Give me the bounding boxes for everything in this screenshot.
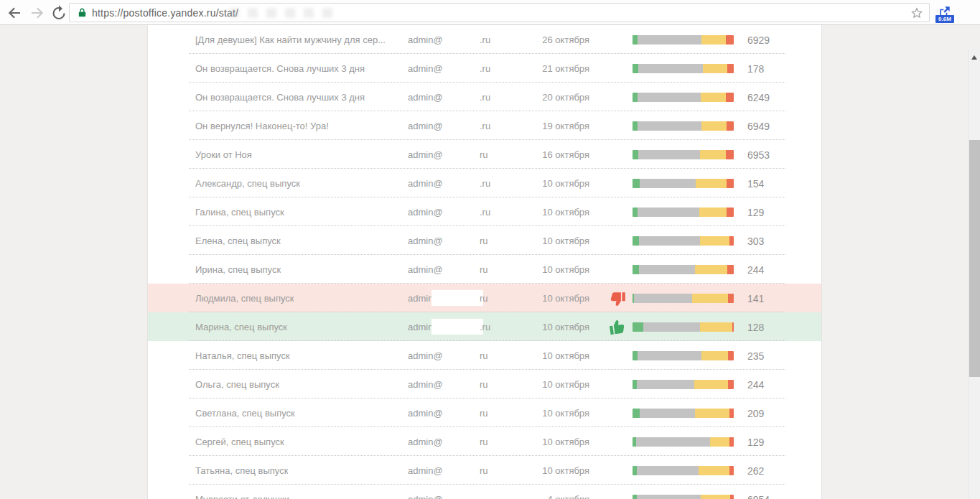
campaign-title: Сергей, спец выпуск <box>195 437 284 447</box>
table-row[interactable]: Мудрости от дедушки admin@ 4 октября 695… <box>148 485 821 499</box>
send-date: 16 октября <box>510 149 589 160</box>
bar-delivered-segment <box>633 179 640 188</box>
engagement-bar <box>633 409 734 418</box>
table-row[interactable]: Ирина, спец выпуск admin@ ru 10 октября … <box>148 255 821 284</box>
campaign-title: Александр, спец выпуск <box>195 178 300 189</box>
sender-email: admin@ <box>408 465 443 476</box>
bar-spam-segment <box>730 495 734 499</box>
send-date: 19 октября <box>510 121 589 131</box>
campaign-title: Он возвращается. Снова лучших 3 дня <box>195 92 365 103</box>
recipient-count: 262 <box>747 465 764 477</box>
table-row[interactable]: Уроки от Ноя admin@ ru 16 октября 6953 <box>148 140 821 169</box>
email-domain-suffix: ru <box>480 235 488 246</box>
email-domain-suffix: .ru <box>480 178 490 189</box>
email-domain-suffix: ru <box>480 465 488 476</box>
bar-delivered-segment <box>633 322 643 332</box>
bar-delivered-segment <box>633 93 638 102</box>
table-row[interactable]: Ольга, спец выпуск admin@ ru 10 октября … <box>148 370 821 398</box>
stats-table: [Для девушек] Как найти мужчину для сер.… <box>147 25 822 499</box>
recipient-count: 6954 <box>747 494 770 499</box>
bar-unread-segment <box>634 294 692 303</box>
table-row[interactable]: Марина, спец выпуск admin@ .ru 10 октябр… <box>148 312 821 341</box>
table-row[interactable]: Галина, спец выпуск admin@ .ru 10 октябр… <box>148 197 821 226</box>
campaign-title: Ольга, спец выпуск <box>195 379 279 390</box>
campaign-title: Он возвращается. Снова лучших 3 дня <box>195 63 365 74</box>
table-row[interactable]: Людмила, спец выпуск admin@ ru 10 октябр… <box>148 284 821 312</box>
table-row[interactable]: Татьяна, спец выпуск admin@ ru 10 октябр… <box>148 456 821 485</box>
send-date: 10 октября <box>510 322 589 332</box>
table-row[interactable]: Он возвращается. Снова лучших 3 дня admi… <box>148 83 821 111</box>
bar-read-segment <box>701 93 726 102</box>
send-date: 21 октября <box>510 63 589 74</box>
extension-icon[interactable]: 0.6M <box>935 4 954 23</box>
scrollbar-thumb[interactable] <box>969 140 980 377</box>
email-redaction-box <box>431 319 483 335</box>
campaign-title: Людмила, спец выпуск <box>195 293 294 304</box>
bar-unread-segment <box>638 351 701 360</box>
table-row[interactable]: Сергей, спец выпуск admin@ ru 10 октября… <box>148 427 821 456</box>
campaign-title: Уроки от Ноя <box>195 149 252 160</box>
engagement-bar <box>633 93 734 102</box>
address-bar[interactable]: https://postoffice.yandex.ru/stat/ <box>69 3 930 22</box>
reload-icon[interactable] <box>50 4 67 22</box>
engagement-bar <box>633 64 734 73</box>
campaign-title: Мудрости от дедушки <box>195 494 289 499</box>
engagement-bar <box>633 207 734 217</box>
table-row[interactable]: Александр, спец выпуск admin@ .ru 10 окт… <box>148 169 821 197</box>
bar-read-segment <box>695 409 729 418</box>
table-row[interactable]: Елена, спец выпуск admin@ ru 10 октября … <box>148 226 821 255</box>
send-date: 10 октября <box>510 437 589 447</box>
back-icon[interactable] <box>6 4 23 22</box>
recipient-count: 128 <box>747 322 764 333</box>
sender-email: admin@ <box>408 178 443 189</box>
send-date: 10 октября <box>510 350 589 361</box>
engagement-bar <box>633 236 734 246</box>
engagement-bar <box>633 121 734 131</box>
campaign-title: Татьяна, спец выпуск <box>195 465 288 476</box>
sender-email: admin@ <box>408 379 443 390</box>
email-domain-suffix: .ru <box>480 121 490 131</box>
email-domain-suffix: ru <box>480 149 488 160</box>
bar-spam-segment <box>729 466 734 475</box>
recipient-count: 6953 <box>747 149 770 161</box>
bar-delivered-segment <box>633 121 638 131</box>
extension-badge: 0.6M <box>935 15 954 23</box>
bar-spam-segment <box>732 322 734 332</box>
bar-unread-segment <box>637 380 695 389</box>
email-domain-suffix: ru <box>480 264 488 275</box>
campaign-title: Наталья, спец выпуск <box>195 350 290 361</box>
sender-email: admin@ <box>408 63 443 74</box>
table-row[interactable]: Он вернулся! Наконец-то! Ура! admin@ .ru… <box>148 111 821 140</box>
chrome-menu-icon[interactable] <box>962 5 976 21</box>
bookmark-star-icon[interactable] <box>910 6 923 19</box>
bar-unread-segment <box>636 437 710 447</box>
engagement-bar <box>633 150 734 159</box>
campaign-title: Елена, спец выпуск <box>195 235 281 246</box>
table-row[interactable]: Он возвращается. Снова лучших 3 дня admi… <box>148 54 821 83</box>
thumbs-up-icon <box>608 317 627 336</box>
bar-unread-segment <box>637 495 701 499</box>
recipient-count: 129 <box>747 437 764 448</box>
engagement-bar <box>633 351 734 360</box>
bar-spam-segment <box>728 351 734 360</box>
scroll-up-icon[interactable] <box>971 55 977 60</box>
sender-email: admin@ <box>408 34 443 45</box>
bar-spam-segment <box>727 179 734 188</box>
table-row[interactable]: [Для девушек] Как найти мужчину для сер.… <box>148 25 821 54</box>
campaign-title: [Для девушек] Как найти мужчину для сер.… <box>195 34 386 45</box>
bar-read-segment <box>701 121 727 131</box>
engagement-bar <box>633 466 734 475</box>
bar-spam-segment <box>729 437 734 447</box>
bar-read-segment <box>700 322 732 332</box>
table-row[interactable]: Светлана, спец выпуск admin@ ru 10 октяб… <box>148 398 821 427</box>
bar-spam-segment <box>729 409 734 418</box>
bar-delivered-segment <box>633 35 638 45</box>
email-domain-suffix: .ru <box>480 34 490 45</box>
table-row[interactable]: Наталья, спец выпуск admin@ ru 10 октябр… <box>148 341 821 370</box>
email-domain-suffix: ru <box>480 293 488 304</box>
forward-icon[interactable] <box>29 4 46 22</box>
bar-read-segment <box>703 64 727 73</box>
url-text: https://postoffice.yandex.ru/stat/ <box>92 7 238 19</box>
send-date: 10 октября <box>510 235 589 246</box>
thumbs-down-icon <box>608 289 627 307</box>
